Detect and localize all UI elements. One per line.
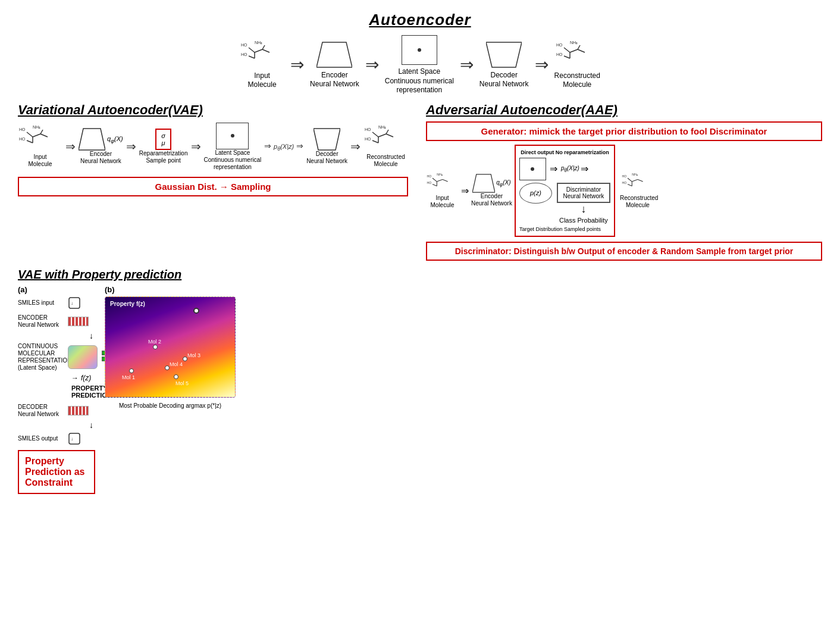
ae-latent: Latent SpaceContinuous numericalrepresen… — [385, 35, 454, 95]
aae-input-mol: HO NH₂ HO InputMolecule — [426, 172, 459, 209]
svg-text:NH₂: NH₂ — [378, 125, 386, 129]
svg-text:↓: ↓ — [71, 301, 73, 306]
encoder-flow-block — [68, 317, 89, 326]
aae-latent-box — [519, 158, 546, 180]
aae-section: Adversarial Autoencoder(AAE) Generator: … — [420, 102, 840, 261]
ae-latent-label: Latent SpaceContinuous numericalrepresen… — [385, 67, 454, 95]
vae-reparam-block: σ μ ReparametrizationSample point — [139, 129, 188, 164]
svg-line-8 — [262, 45, 265, 49]
svg-line-47 — [432, 185, 437, 186]
aae-output-molecule-icon: HO NH₂ HO — [621, 172, 654, 195]
decoder-flow-label: DECODER Neural Network — [18, 404, 65, 418]
vae-encoder-math: qφ(X) — [107, 135, 123, 144]
svg-line-52 — [628, 178, 632, 182]
aae-output-label: ReconstructedMolecule — [620, 195, 656, 209]
svg-marker-9 — [316, 42, 352, 67]
vae-encoder-label: EncoderNeural Network — [80, 151, 121, 165]
svg-text:HO: HO — [241, 43, 247, 47]
aae-top-diagram: HO NH₂ HO InputMolecule ⇒ qφ(X) — [426, 145, 822, 237]
flow-arrow-down-1: ↓ — [89, 331, 93, 340]
aae-disc-nn-box: Discriminator Neural Network — [557, 183, 610, 203]
mol-dot-4 — [165, 365, 170, 370]
mol-dot-1 — [129, 368, 134, 373]
svg-line-3 — [249, 48, 255, 52]
svg-line-27 — [27, 140, 33, 143]
vae-decoder-block: DecoderNeural Network — [306, 128, 347, 165]
decoder-flow-row: DECODER Neural Network — [18, 404, 89, 418]
svg-text:HO: HO — [365, 137, 371, 141]
svg-line-15 — [570, 49, 578, 52]
bottom-row: VAE with Property prediction (a) SMILES … — [0, 268, 840, 494]
flow-col-b: (b) Property f(z) Mol 1 Mol 2 Mo — [105, 285, 236, 409]
svg-text:NH₂: NH₂ — [255, 40, 262, 45]
ae-output-label: ReconstructedMolecule — [554, 71, 600, 90]
latent-dot — [418, 48, 421, 52]
smiles-input-label: SMILES input — [18, 299, 65, 306]
smiles-input-row: SMILES input ↓ — [18, 296, 81, 310]
vae-arrow-4: ⇒ pθ(X|z) ⇒ — [264, 141, 303, 152]
aae-encoder-block: qφ(X) EncoderNeural Network — [471, 174, 512, 207]
vae-decoder-label: DecoderNeural Network — [306, 151, 347, 165]
vae-output-molecule-icon: HO NH₂ HO — [363, 125, 408, 154]
aae-arr3: ⇒ — [581, 163, 588, 174]
generator-box: Generator: mimick the target prior distr… — [426, 121, 822, 141]
page-title: Autoencoder — [0, 0, 840, 29]
aae-arr1: ⇒ — [461, 185, 469, 196]
svg-text:NH₂: NH₂ — [570, 40, 578, 45]
vae-arrow-2: ⇒ — [126, 139, 136, 154]
svg-text:NH₂: NH₂ — [33, 125, 40, 129]
svg-text:NH₂: NH₂ — [632, 173, 638, 176]
autoencoder-diagram: HO NH₂ HO InputMolecule ⇒ EncoderNeural … — [0, 35, 840, 95]
sub-a-label: (a) — [18, 285, 27, 294]
ae-decoder-label: DecoderNeural Network — [479, 71, 529, 89]
aae-encoder-math: qφ(X) — [496, 179, 510, 188]
vae-reparam-label: ReparametrizationSample point — [139, 150, 188, 164]
vae-title: Variational Autoencoder(VAE) — [18, 102, 408, 118]
property-axis-label: Property f(z) — [110, 301, 145, 307]
aae-p-z-box: p(z) — [519, 183, 552, 204]
fz-row: → f(z) — [71, 374, 91, 382]
flow-arrow-down-2: ↓ — [89, 420, 93, 430]
mol2-label: Mol 2 — [148, 339, 161, 345]
encoder-row: ENCODER Neural Network — [18, 314, 89, 329]
vae-latent-box — [216, 123, 249, 149]
ae-arrow-2: ⇒ — [365, 57, 379, 73]
aae-arr2: ⇒ — [550, 163, 557, 174]
aae-inner-red-box: Direct output No reparametrization ⇒ pθ(… — [515, 145, 615, 237]
vae-input-molecule: HO NH₂ HO InputMolecule — [18, 125, 62, 168]
vae-input-molecule-icon: HO NH₂ HO — [18, 125, 62, 154]
vae-decoder-icon — [314, 128, 340, 151]
aae-latent-dot — [531, 167, 534, 171]
svg-line-53 — [632, 180, 638, 182]
svg-marker-30 — [314, 129, 340, 150]
aae-decoder-math: pθ(X|z) — [561, 165, 579, 173]
aae-input-label: InputMolecule — [426, 195, 459, 209]
svg-line-24 — [33, 134, 40, 137]
svg-marker-29 — [79, 129, 105, 150]
mol1-label: Mol 1 — [122, 374, 135, 380]
aae-output-mol: HO NH₂ HO ReconstructedMolecule — [620, 172, 656, 209]
decoder-shape-icon — [486, 41, 522, 68]
vae-latent-dot — [231, 134, 234, 138]
smiles-output-label: SMILES output — [18, 435, 65, 442]
vae-latent-label: Latent SpaceContinuous numericalrepresen… — [204, 149, 262, 171]
mol5-label: Mol 5 — [175, 380, 189, 386]
svg-line-16 — [578, 49, 585, 52]
svg-text:HO: HO — [19, 127, 26, 132]
mol-dot-5 — [174, 374, 178, 379]
bottom-right-empty — [420, 268, 840, 494]
svg-line-7 — [249, 56, 255, 58]
vae-reparam-box: σ μ — [155, 129, 171, 150]
aae-title: Adversarial Autoencoder(AAE) — [426, 102, 822, 118]
smiles-output-icon: ↓ — [68, 432, 81, 445]
svg-marker-48 — [472, 174, 495, 192]
ae-encoder-label: EncoderNeural Network — [310, 71, 359, 89]
vae-input-label: InputMolecule — [28, 154, 52, 168]
ae-encoder: EncoderNeural Network — [310, 41, 359, 89]
svg-line-56 — [628, 185, 632, 186]
svg-line-36 — [386, 134, 393, 137]
molecule-icon: HO NH₂ HO — [240, 40, 284, 69]
svg-line-18 — [564, 56, 570, 58]
svg-line-5 — [262, 49, 269, 52]
vae-arrow-1: ⇒ — [65, 139, 76, 154]
